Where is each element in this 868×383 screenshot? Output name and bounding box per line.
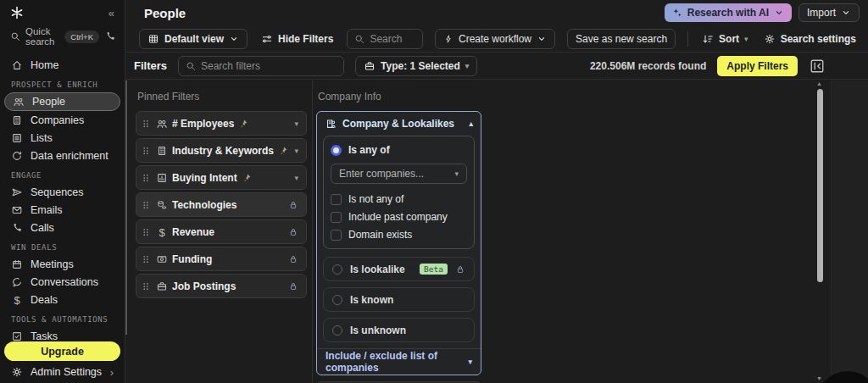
sidebar-item-people[interactable]: People [4,92,120,111]
sidebar-item-admin-settings[interactable]: Admin Settings › [0,361,125,383]
pin-icon [238,119,248,129]
sidebar-item-companies[interactable]: Companies [0,111,125,129]
section-heading-win-deals: WIN DEALS [0,236,125,255]
sidebar-item-data-enrichment[interactable]: Data enrichment [0,147,125,164]
is-unknown-option[interactable]: Is unknown [323,318,475,342]
building-icon [11,114,23,126]
sidebar-item-home[interactable]: Home [0,56,125,74]
table-search-input[interactable] [347,29,423,49]
filter-row-job-postings[interactable]: Job Postings [136,274,307,298]
drag-handle-icon[interactable] [140,226,152,238]
search-filters-input[interactable] [178,56,344,76]
panel-resize-handle[interactable] [125,80,127,335]
sidebar-collapse-button[interactable]: « [108,7,114,19]
is-not-any-of-checkbox[interactable]: Is not any of [331,193,467,205]
drag-handle-icon[interactable] [140,280,152,292]
chevron-down-icon [774,8,784,18]
radio-unselected-icon[interactable] [332,295,342,305]
collapse-panel-icon[interactable] [809,58,826,75]
is-lookalike-option[interactable]: Is lookalike Beta [323,257,475,281]
is-any-of-option[interactable]: Is any of [331,144,467,156]
triangle-down-icon: ▾ [454,169,459,178]
sidebar-item-lists[interactable]: Lists [0,129,125,147]
view-toolbar: Default view Hide Filters Create workflo… [125,25,868,53]
upgrade-button[interactable]: Upgrade [4,341,120,361]
filter-label: Buying Intent [172,172,237,184]
sidebar-item-emails[interactable]: Emails [0,201,125,219]
gear-icon [764,33,776,45]
sidebar-item-conversations[interactable]: Conversations [0,273,125,291]
filters-bar: Filters Type: 1 Selected ▾ 220.506M reco… [125,53,868,80]
domain-exists-checkbox[interactable]: Domain exists [331,229,467,241]
checkbox-icon[interactable] [331,212,342,223]
records-found-count: 220.506M records found [590,60,706,72]
checkbox-icon[interactable] [331,230,342,241]
chevron-down-icon [537,34,547,44]
save-as-new-search-button[interactable]: Save as new search [567,29,676,49]
sidebar-item-sequences[interactable]: Sequences [0,183,125,201]
apollo-logo-icon [10,6,24,19]
search-settings-button[interactable]: Search settings [762,29,858,49]
create-workflow-button[interactable]: Create workflow [435,29,555,49]
include-past-company-checkbox[interactable]: Include past company [331,211,467,223]
type-selector-dropdown[interactable]: Type: 1 Selected ▾ [355,56,477,76]
drag-handle-icon[interactable] [140,199,152,211]
save-search-label: Save as new search [576,33,667,45]
drag-handle-icon[interactable] [140,172,152,184]
sidebar-item-label: Emails [31,204,63,216]
phone-icon[interactable] [104,31,116,42]
scrollbar-thumb[interactable] [817,89,823,282]
filters-panel-body: Pinned Filters # Employees ▾ Industry & … [125,80,831,383]
sidebar-item-calls[interactable]: Calls [0,219,125,236]
search-filters-field[interactable] [201,60,337,72]
people-icon [13,96,25,108]
default-view-label: Default view [164,33,224,45]
apply-filters-button[interactable]: Apply Filters [717,56,798,76]
filter-row-revenue[interactable]: $ Revenue [136,219,307,244]
sort-button[interactable]: Sort ▾ [700,29,750,49]
type-selector-label: Type: 1 Selected [381,60,460,72]
filter-row-employees[interactable]: # Employees ▾ [136,111,307,136]
drag-handle-icon[interactable] [140,118,152,130]
filter-row-technologies[interactable]: Technologies [136,192,307,217]
scroll-up-arrow-icon[interactable]: ▲ [816,80,822,86]
drag-handle-icon[interactable] [140,145,152,157]
hide-filters-button[interactable]: Hide Filters [259,29,335,49]
list-icon [11,132,23,144]
include-exclude-list-toggle[interactable]: Include / exclude list of companies ▾ [317,348,481,375]
shortcut-badge: Ctrl+K [64,31,99,43]
enter-companies-dropdown[interactable]: Enter companies... ▾ [331,164,467,184]
sidebar-item-label: Deals [31,294,58,306]
research-with-ai-button[interactable]: Research with AI [665,3,792,22]
filter-row-buying-intent[interactable]: Buying Intent ▾ [136,165,307,190]
scroll-down-arrow-icon[interactable]: ▼ [816,375,822,381]
sidebar-item-meetings[interactable]: Meetings [0,255,125,273]
chevron-down-icon [229,34,239,44]
sidebar-item-deals[interactable]: $ Deals [0,291,125,308]
company-lookalikes-header[interactable]: Company & Lookalikes ▴ [317,112,481,135]
radio-unselected-icon[interactable] [332,264,342,275]
page-header: People Research with AI Import [125,0,868,25]
import-button[interactable]: Import [798,3,860,22]
quick-search[interactable]: Quick search Ctrl+K [0,25,125,47]
search-icon [186,61,196,71]
radio-selected-icon[interactable] [331,145,342,156]
lightning-icon [443,34,453,44]
radio-unselected-icon[interactable] [332,325,342,336]
filter-label: Job Postings [172,280,236,292]
default-view-dropdown[interactable]: Default view [139,29,248,49]
sidebar-item-label: Meetings [31,258,74,270]
company-info-column: Company Info Company & Lookalikes ▴ Is a… [312,80,481,383]
filter-row-industry-keywords[interactable]: Industry & Keywords ▾ [136,138,307,163]
main-area: People Research with AI Import Default v… [125,0,868,383]
calendar-icon [11,258,23,270]
table-search-field[interactable] [370,33,415,45]
sidebar-item-label: Data enrichment [31,150,108,162]
section-heading-tools: TOOLS & AUTOMATIONS [0,308,125,327]
sidebar-item-label: Calls [31,222,54,234]
drag-handle-icon[interactable] [140,253,152,265]
panel-scrollbar[interactable]: ▲ ▼ [815,80,826,383]
is-known-option[interactable]: Is known [323,287,475,312]
filter-row-funding[interactable]: Funding [136,247,307,271]
checkbox-icon[interactable] [331,194,342,205]
